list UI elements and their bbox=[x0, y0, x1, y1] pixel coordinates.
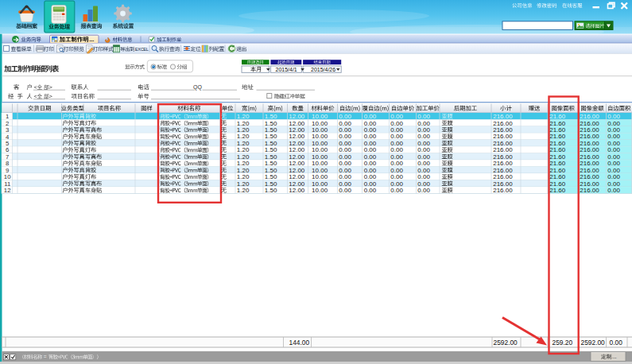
svg-text:0.00: 0.00 bbox=[417, 187, 430, 194]
svg-text:12: 12 bbox=[4, 187, 11, 194]
svg-text:EXCEL: EXCEL bbox=[135, 47, 149, 52]
svg-text:216.00: 216.00 bbox=[493, 187, 513, 194]
svg-text:0.00: 0.00 bbox=[610, 339, 623, 347]
svg-text:1.50: 1.50 bbox=[265, 187, 277, 194]
svg-text:10.00: 10.00 bbox=[312, 187, 328, 194]
svg-text:=: = bbox=[44, 354, 47, 359]
svg-text:2015/4/26: 2015/4/26 bbox=[311, 67, 335, 72]
svg-text:...: ... bbox=[89, 36, 94, 43]
svg-text:1.20: 1.20 bbox=[237, 187, 250, 194]
svg-text:2592.00: 2592.00 bbox=[494, 339, 518, 347]
svg-text:259.20: 259.20 bbox=[553, 339, 573, 347]
svg-text:2592.00: 2592.00 bbox=[581, 339, 606, 347]
svg-text:0.00: 0.00 bbox=[390, 187, 403, 194]
svg-text:216.00: 216.00 bbox=[580, 187, 599, 194]
svg-text:21.60: 21.60 bbox=[549, 187, 566, 194]
svg-text:0.00: 0.00 bbox=[339, 187, 351, 194]
svg-text:...: ... bbox=[612, 354, 617, 359]
svg-text:0.00: 0.00 bbox=[607, 187, 620, 194]
svg-text:QQ: QQ bbox=[193, 84, 202, 91]
svg-text:0.00: 0.00 bbox=[364, 187, 377, 194]
svg-text:144.00: 144.00 bbox=[289, 339, 310, 347]
svg-text:2015/4/1: 2015/4/1 bbox=[276, 67, 297, 72]
svg-text:12.00: 12.00 bbox=[289, 187, 305, 194]
